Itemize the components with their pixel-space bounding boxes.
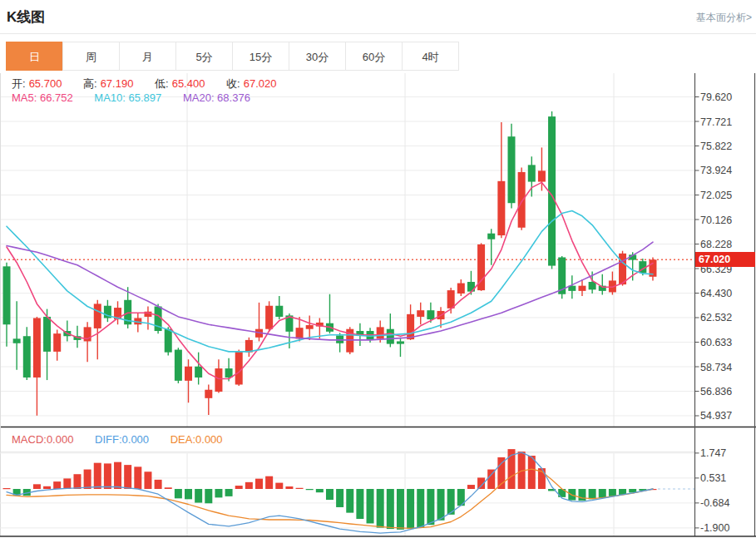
macd-bar (326, 489, 334, 500)
ma5-line (7, 182, 653, 378)
low-value: 65.400 (172, 77, 205, 90)
candle-body (175, 350, 182, 381)
candle-body (377, 327, 384, 338)
macd-axis-label: -1.900 (700, 522, 729, 534)
macd-bar (285, 486, 293, 489)
macd-bar (3, 488, 11, 489)
candle-body (3, 266, 11, 324)
kline-axis-label: 73.924 (700, 165, 732, 176)
macd-legend: MACD:0.000 DIFF:0.000 DEA:0.000 (12, 433, 226, 446)
macd-bar (336, 489, 343, 507)
candle-body (387, 329, 394, 344)
candle-body (578, 286, 586, 291)
macd-bar (165, 487, 172, 489)
candle-body (275, 306, 283, 317)
macd-bar (427, 489, 434, 525)
candle-body (195, 367, 202, 378)
macd-bar (155, 480, 162, 489)
kline-axis-label: 56.836 (700, 386, 732, 397)
macd-bar (63, 478, 71, 489)
macd-bar (316, 489, 324, 492)
high-value: 67.190 (101, 77, 134, 90)
candle-body (497, 181, 505, 235)
candle-body (306, 325, 314, 329)
close-label: 收: (226, 77, 240, 90)
macd-bar (225, 489, 233, 496)
macd-bar (306, 489, 314, 490)
macd-bar (205, 489, 212, 503)
candle-body (528, 165, 536, 181)
ma10-legend: MA10: 65.897 (94, 91, 161, 104)
candle-body (33, 318, 41, 377)
candle-body (225, 368, 233, 378)
macd-bar (175, 489, 182, 498)
ma5-legend: MA5: 66.752 (12, 91, 73, 104)
macd-bar (73, 474, 81, 489)
low-label: 低: (155, 77, 169, 90)
macd-bar (609, 489, 616, 496)
close-value: 67.020 (244, 77, 277, 90)
candle-body (427, 310, 434, 319)
candle-body (94, 304, 101, 328)
macd-bar (346, 489, 353, 513)
macd-bar (114, 462, 121, 489)
ohlc-legend: 开:65.700 高:67.190 低:65.400 收:67.020 (12, 77, 279, 91)
macd-bar (245, 482, 253, 489)
macd-bar (43, 486, 51, 489)
macd-bar (397, 489, 404, 530)
macd-bar (94, 463, 101, 489)
macd-bar (356, 489, 363, 519)
open-value: 65.700 (29, 77, 62, 90)
macd-bar (215, 489, 222, 497)
candle-body (23, 336, 31, 378)
macd-bar (407, 489, 414, 529)
kline-axis-label: 60.633 (700, 337, 732, 348)
kline-axis-label: 64.430 (700, 288, 732, 299)
macd-bar (124, 465, 131, 489)
last-price-badge: 67.020 (695, 252, 755, 267)
macd-value: MACD:0.000 (12, 433, 73, 446)
macd-bar (417, 489, 424, 528)
candle-body (589, 282, 596, 289)
candle-body (538, 170, 546, 181)
candle-body (397, 341, 404, 343)
candle-body (447, 290, 455, 308)
macd-bar (367, 489, 374, 523)
kline-axis-label: 68.228 (700, 239, 732, 250)
kline-axis-label: 79.620 (700, 91, 732, 103)
candle-body (518, 172, 526, 228)
candle-body (296, 328, 304, 338)
macd-bar (235, 486, 243, 489)
macd-axis-label: -0.684 (700, 497, 729, 509)
kline-axis-label: 62.532 (700, 312, 732, 323)
candle-body (508, 136, 516, 203)
candle-body (185, 367, 192, 381)
candle-body (619, 254, 626, 284)
candle-body (235, 352, 243, 385)
kline-axis-label: 72.025 (700, 190, 732, 201)
kline-axis-label: 58.734 (700, 362, 732, 373)
candle-body (417, 310, 424, 317)
macd-axis-label: 0.531 (700, 472, 726, 484)
kline-axis-label: 75.822 (700, 141, 732, 152)
candle-body (215, 368, 222, 392)
candle-body (205, 390, 212, 398)
macd-bar (275, 483, 283, 489)
kline-axis-label: 54.937 (700, 410, 732, 422)
diff-value: DIFF:0.000 (95, 433, 149, 446)
macd-bar (599, 489, 606, 498)
macd-bar (195, 489, 202, 503)
macd-bar (296, 488, 304, 489)
high-label: 高: (83, 77, 97, 90)
dea-value: DEA:0.000 (170, 433, 223, 446)
ma20-legend: MA20: 68.376 (183, 91, 250, 104)
macd-bar (134, 466, 141, 489)
macd-bar (33, 484, 41, 489)
macd-bar (578, 489, 586, 501)
candle-body (457, 284, 465, 294)
macd-bar (255, 479, 263, 489)
macd-bar (437, 489, 445, 521)
candle-body (265, 306, 273, 329)
macd-bar (185, 489, 192, 499)
macd-bar (144, 471, 151, 489)
